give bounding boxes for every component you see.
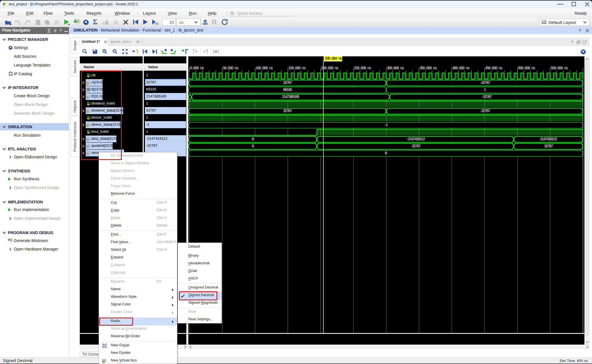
svg-text:(T): (T) bbox=[155, 22, 158, 25]
svg-text:50.000 ns: 50.000 ns bbox=[223, 66, 238, 70]
svg-text:-2147418112: -2147418112 bbox=[406, 137, 425, 141]
svg-text:205.004 ns: 205.004 ns bbox=[325, 56, 342, 61]
svg-text:32767: 32767 bbox=[283, 109, 292, 113]
svg-text:32767: 32767 bbox=[544, 144, 553, 148]
svg-text:-32767: -32767 bbox=[480, 81, 490, 85]
svg-text:400.000 ns: 400.000 ns bbox=[452, 66, 470, 70]
svg-text:-32767: -32767 bbox=[480, 109, 490, 113]
svg-text:200.000 ns: 200.000 ns bbox=[321, 66, 339, 70]
svg-text:-32767: -32767 bbox=[410, 144, 421, 148]
svg-text:250.000 ns: 250.000 ns bbox=[354, 66, 371, 70]
svg-text:300.000 ns: 300.000 ns bbox=[387, 66, 404, 70]
svg-text:2147385345: 2147385345 bbox=[282, 95, 299, 99]
svg-text:65535: 65535 bbox=[283, 88, 292, 92]
svg-text:500.000 ns: 500.000 ns bbox=[518, 66, 535, 70]
svg-text:100.000 ns: 100.000 ns bbox=[255, 66, 273, 70]
svg-text:0.000 ns: 0.000 ns bbox=[190, 66, 204, 70]
svg-text:350.000 ns: 350.000 ns bbox=[419, 66, 437, 70]
svg-text:550.000 ns: 550.000 ns bbox=[551, 66, 568, 70]
svg-text:2147418112: 2147418112 bbox=[540, 137, 557, 141]
svg-text:-1: -1 bbox=[384, 123, 388, 127]
svg-text:150.000 ns: 150.000 ns bbox=[288, 66, 306, 70]
svg-text:10: 10 bbox=[10, 240, 12, 241]
svg-text:-32767: -32767 bbox=[481, 95, 492, 99]
svg-text:450.000 ns: 450.000 ns bbox=[485, 66, 503, 70]
svg-text:10: 10 bbox=[77, 21, 79, 23]
svg-text:32767: 32767 bbox=[283, 81, 292, 85]
